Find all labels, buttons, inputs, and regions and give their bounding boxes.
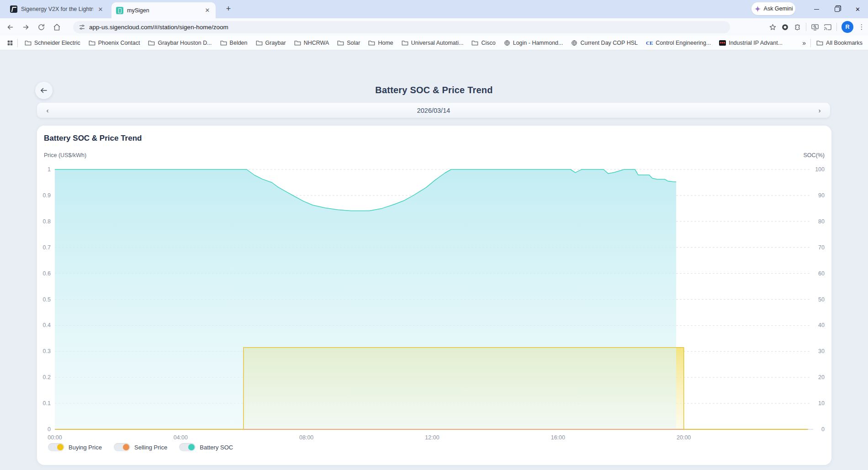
all-bookmarks-button[interactable]: All Bookmarks	[815, 37, 863, 48]
svg-text:0.2: 0.2	[43, 374, 51, 380]
tab-sigenergy[interactable]: Sigenergy V2X for the Lightning ✕	[5, 0, 109, 18]
svg-text:10: 10	[818, 400, 825, 407]
soc-price-chart[interactable]: 11000.9900.8800.7700.6600.5500.4400.3300…	[37, 162, 831, 443]
mysigen-page: Battery SOC & Price Trend ‹ 2026/03/14 ›…	[0, 50, 868, 470]
window-restore-button[interactable]	[827, 0, 847, 18]
left-axis-title: Price (US$/kWh)	[44, 152, 86, 158]
folder-icon	[25, 40, 32, 46]
svg-text:08:00: 08:00	[299, 434, 313, 441]
svg-text:0.5: 0.5	[43, 296, 51, 303]
svg-text:12:00: 12:00	[425, 434, 439, 441]
svg-text:0.7: 0.7	[43, 244, 51, 251]
toggle-switch[interactable]	[48, 443, 64, 451]
site-settings-tune-icon[interactable]	[79, 24, 85, 31]
folder-icon	[220, 40, 227, 46]
close-tab-icon[interactable]: ✕	[204, 7, 211, 14]
bookmark-item[interactable]: Home	[364, 37, 397, 48]
reload-icon[interactable]	[35, 21, 48, 33]
date-navigator: ‹ 2026/03/14 ›	[37, 103, 830, 118]
extension-logo-icon[interactable]	[781, 23, 789, 31]
mysigen-favicon-icon	[116, 7, 123, 14]
close-tab-icon[interactable]: ✕	[97, 6, 104, 13]
bookmark-item[interactable]: Graybar	[252, 37, 290, 48]
bookmark-item[interactable]: Belden	[216, 37, 252, 48]
svg-text:20:00: 20:00	[677, 434, 691, 441]
bookmark-item[interactable]: Phoenix Contact	[85, 37, 144, 48]
folder-icon	[402, 40, 408, 46]
bookmark-item[interactable]: Solar	[333, 37, 364, 48]
chart-legend: Buying Price Selling Price Battery SOC	[48, 443, 233, 451]
folder-icon	[148, 40, 155, 46]
back-nav-icon[interactable]	[4, 21, 16, 33]
bookmark-item[interactable]: Current Day COP HSL	[567, 37, 642, 48]
address-bar[interactable]: app-us.sigencloud.com/#/station/sigen-ho…	[73, 21, 730, 33]
browser-menu-icon[interactable]: ⋮	[858, 23, 865, 31]
svg-text:16:00: 16:00	[551, 434, 565, 441]
bookmark-item[interactable]: Universal Automati...	[397, 37, 468, 48]
screen-search-icon[interactable]	[811, 23, 819, 31]
legend-buying-price[interactable]: Buying Price	[48, 443, 102, 451]
folder-icon	[816, 40, 823, 46]
toggle-switch[interactable]	[114, 443, 130, 451]
bookmarks-bar: Schneider Electric Phoenix Contact Grayb…	[0, 36, 868, 50]
svg-text:0.1: 0.1	[43, 400, 51, 407]
ask-gemini-button[interactable]: Ask Gemini	[752, 2, 795, 15]
bookmark-item[interactable]: Industrial IP Advant...	[715, 37, 787, 48]
right-axis-title: SOC(%)	[803, 152, 825, 158]
extensions-puzzle-icon[interactable]	[794, 23, 801, 31]
svg-text:00:00: 00:00	[48, 434, 62, 441]
chart-card-title: Battery SOC & Price Trend	[44, 134, 142, 143]
tab-title: mySigen	[127, 7, 200, 14]
legend-battery-soc[interactable]: Battery SOC	[179, 443, 233, 451]
svg-text:90: 90	[818, 192, 825, 199]
control-engineering-icon: CE	[646, 40, 653, 46]
folder-icon	[294, 40, 301, 46]
globe-icon	[571, 40, 577, 46]
new-tab-button[interactable]: +	[223, 4, 234, 15]
sigenergy-favicon-icon	[10, 5, 17, 13]
svg-text:0.3: 0.3	[43, 348, 51, 354]
industrial-ip-icon	[719, 40, 726, 46]
bookmark-item[interactable]: Graybar Houston D...	[144, 37, 216, 48]
bookmark-item[interactable]: NHCRWA	[290, 37, 333, 48]
folder-icon	[368, 40, 375, 46]
svg-text:50: 50	[818, 296, 825, 303]
divider	[17, 39, 18, 47]
tab-mysigen[interactable]: mySigen ✕	[111, 2, 216, 18]
bookmark-item[interactable]: Cisco	[467, 37, 499, 48]
toggle-switch[interactable]	[179, 443, 196, 451]
folder-icon	[89, 40, 95, 46]
cast-icon[interactable]	[824, 23, 832, 31]
prev-day-button[interactable]: ‹	[37, 106, 58, 114]
legend-selling-price[interactable]: Selling Price	[114, 443, 167, 451]
home-icon[interactable]	[50, 21, 63, 33]
svg-text:1: 1	[48, 166, 51, 173]
selected-date[interactable]: 2026/03/14	[58, 107, 809, 114]
bookmark-star-icon[interactable]	[769, 23, 777, 31]
svg-text:70: 70	[818, 244, 825, 251]
folder-icon	[337, 40, 344, 46]
forward-nav-icon[interactable]	[19, 21, 32, 33]
folder-icon	[256, 40, 263, 46]
svg-text:20: 20	[818, 374, 825, 380]
page-title: Battery SOC & Price Trend	[0, 85, 868, 95]
folder-icon	[471, 40, 478, 46]
window-minimize-button[interactable]	[806, 0, 827, 18]
svg-text:60: 60	[818, 270, 825, 277]
window-close-button[interactable]: ✕	[847, 0, 868, 18]
bookmark-item[interactable]: Login - Hammond...	[500, 37, 567, 48]
globe-icon	[504, 40, 510, 46]
divider	[836, 23, 837, 31]
svg-text:04:00: 04:00	[174, 434, 188, 441]
bookmark-item[interactable]: Schneider Electric	[21, 37, 85, 48]
chart-card: Battery SOC & Price Trend Price (US$/kWh…	[37, 126, 831, 465]
next-day-button[interactable]: ›	[809, 106, 830, 114]
svg-text:0.4: 0.4	[43, 322, 51, 328]
profile-avatar[interactable]: R	[842, 21, 853, 33]
bookmark-item[interactable]: CE Control Engineering...	[642, 37, 715, 48]
url-text: app-us.sigencloud.com/#/station/sigen-ho…	[89, 24, 228, 31]
bookmarks-overflow-button[interactable]: »	[802, 39, 806, 47]
apps-grid-icon[interactable]	[6, 39, 14, 47]
browser-toolbar: app-us.sigencloud.com/#/station/sigen-ho…	[0, 18, 868, 36]
tab-title: Sigenergy V2X for the Lightning	[21, 6, 93, 12]
